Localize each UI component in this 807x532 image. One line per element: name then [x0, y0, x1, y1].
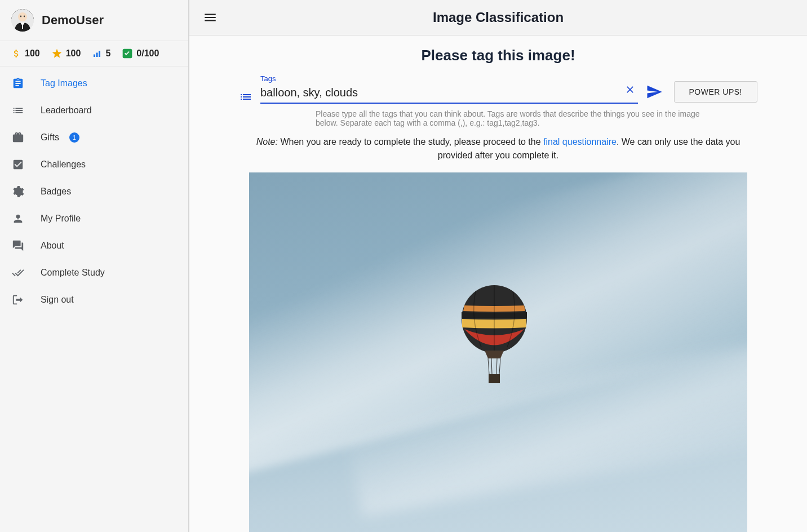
list-icon — [11, 104, 25, 117]
tags-helper: Please type all the tags that you can th… — [295, 109, 701, 127]
sidebar-item-label: Challenges — [41, 159, 86, 170]
logout-icon — [11, 293, 25, 307]
send-icon[interactable] — [646, 83, 663, 104]
level-value: 5 — [105, 48, 110, 59]
svg-rect-6 — [96, 53, 98, 57]
sidebar-item-badges[interactable]: Badges — [0, 178, 188, 205]
tags-label: Tags — [260, 74, 638, 83]
sidebar: DemoUser 100 100 5 0/100 — [0, 0, 189, 532]
clipboard-icon — [11, 77, 25, 90]
tag-row: Tags POWER UPS! — [239, 74, 757, 104]
sidebar-item-complete-study[interactable]: Complete Study — [0, 259, 188, 286]
svg-point-3 — [24, 16, 25, 17]
svg-rect-5 — [94, 55, 95, 57]
gear-icon — [11, 185, 25, 198]
tags-input[interactable] — [260, 84, 638, 104]
power-ups-button[interactable]: POWER UPS! — [674, 81, 757, 103]
stars-value: 100 — [66, 48, 81, 59]
sidebar-item-tag-images[interactable]: Tag Images — [0, 70, 188, 97]
balloon-graphic — [458, 285, 531, 400]
svg-line-11 — [499, 358, 500, 374]
note-text-1: When you are ready to complete the study… — [278, 137, 543, 147]
topbar: Image Classification — [189, 0, 807, 36]
svg-point-2 — [20, 16, 21, 17]
content-title: Please tag this image! — [421, 47, 575, 64]
sidebar-item-label: Gifts — [41, 132, 59, 143]
gift-icon — [11, 131, 25, 144]
coin-icon — [11, 48, 21, 59]
sidebar-item-label: Complete Study — [41, 268, 105, 278]
stat-progress: 0/100 — [122, 48, 159, 59]
stat-stars: 100 — [51, 48, 81, 59]
task-image — [249, 172, 747, 532]
page-title: Image Classification — [433, 10, 564, 25]
svg-line-13 — [496, 358, 497, 374]
avatar[interactable] — [11, 9, 34, 32]
note-prefix: Note: — [256, 137, 278, 147]
bars-icon — [92, 48, 102, 59]
tag-list-icon[interactable] — [239, 90, 252, 104]
tag-field: Tags — [260, 74, 638, 104]
sidebar-item-label: About — [41, 241, 64, 251]
sidebar-item-label: Tag Images — [41, 78, 87, 88]
sidebar-item-label: My Profile — [41, 214, 81, 224]
checkbox-icon — [11, 158, 25, 171]
sidebar-header: DemoUser — [0, 0, 188, 41]
coins-value: 100 — [25, 48, 40, 59]
chat-icon — [11, 239, 25, 252]
sidebar-item-gifts[interactable]: Gifts 1 — [0, 124, 188, 151]
final-questionnaire-link[interactable]: final questionnaire — [543, 137, 617, 147]
stat-coins: 100 — [11, 48, 40, 59]
sidebar-item-label: Sign out — [41, 295, 74, 305]
check-badge-icon — [122, 48, 133, 59]
svg-rect-7 — [99, 51, 100, 57]
svg-line-10 — [488, 358, 489, 374]
gifts-badge: 1 — [69, 132, 79, 143]
sidebar-item-sign-out[interactable]: Sign out — [0, 286, 188, 313]
sidebar-item-leaderboard[interactable]: Leaderboard — [0, 97, 188, 124]
stats-row: 100 100 5 0/100 — [0, 41, 188, 66]
study-note: Note: When you are ready to complete the… — [250, 135, 746, 162]
sidebar-item-label: Leaderboard — [41, 105, 92, 116]
content: Please tag this image! Tags POWER UPS! P… — [189, 36, 807, 532]
person-icon — [11, 212, 25, 225]
sidebar-item-challenges[interactable]: Challenges — [0, 151, 188, 178]
svg-line-12 — [491, 358, 492, 374]
sidebar-nav: Tag Images Leaderboard Gifts 1 Challenge… — [0, 66, 188, 313]
done-all-icon — [11, 266, 25, 280]
svg-rect-14 — [489, 374, 500, 383]
sidebar-item-about[interactable]: About — [0, 232, 188, 259]
progress-value: 0/100 — [136, 48, 159, 59]
svg-rect-4 — [22, 25, 23, 29]
star-icon — [51, 48, 63, 59]
username: DemoUser — [42, 13, 104, 28]
sidebar-item-label: Badges — [41, 187, 71, 197]
svg-point-1 — [18, 12, 27, 21]
sidebar-item-my-profile[interactable]: My Profile — [0, 205, 188, 232]
clear-icon[interactable] — [624, 84, 636, 98]
hamburger-icon[interactable] — [203, 10, 218, 25]
stat-level: 5 — [92, 48, 110, 59]
main: Image Classification Please tag this ima… — [189, 0, 807, 532]
